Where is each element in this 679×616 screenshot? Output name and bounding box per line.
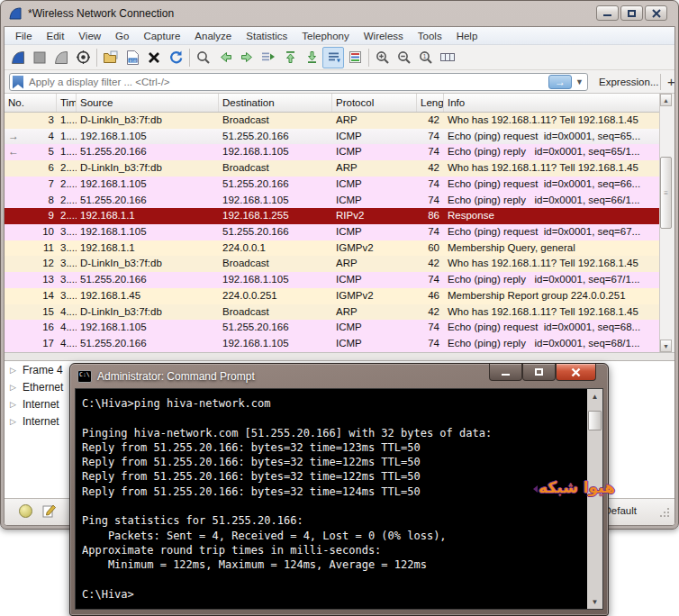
close-button[interactable]: [645, 5, 667, 21]
add-filter-button[interactable]: +: [667, 75, 675, 88]
table-row[interactable]: 31....D-LinkIn_b3:7f:dbBroadcastARP42Who…: [5, 113, 665, 129]
filter-dropdown-icon[interactable]: ▼: [574, 77, 587, 86]
menu-help[interactable]: Help: [449, 27, 485, 45]
resize-columns-icon[interactable]: [437, 47, 458, 68]
cmd-console[interactable]: C:\Hiva>ping hiva-network.com Pinging hi…: [75, 388, 603, 610]
cmd-scroll-up-icon[interactable]: ▲: [587, 389, 602, 403]
cell-len: 74: [417, 272, 444, 288]
cmd-close-button[interactable]: [556, 364, 596, 381]
expert-info-icon[interactable]: [19, 504, 32, 518]
scrollbar-thumb[interactable]: ≡: [660, 157, 672, 229]
menu-capture[interactable]: Capture: [136, 27, 187, 45]
related-packet-icon: →: [8, 129, 19, 145]
table-row[interactable]: 103....192.168.1.10551.255.20.166ICMP74E…: [5, 224, 665, 240]
table-row[interactable]: 51....51.255.20.166192.168.1.105ICMP74Ec…: [5, 144, 665, 160]
scroll-down-icon[interactable]: ▼: [660, 340, 672, 352]
menu-go[interactable]: Go: [108, 27, 136, 45]
colorize-icon[interactable]: [344, 47, 366, 68]
menu-edit[interactable]: Edit: [40, 27, 72, 45]
menu-tools[interactable]: Tools: [411, 27, 449, 45]
capture-comment-icon[interactable]: [42, 503, 57, 521]
column-header-info[interactable]: Info: [444, 94, 665, 112]
close-file-icon[interactable]: [143, 47, 165, 68]
window-title: *Wireless Network Connection: [28, 7, 174, 20]
cmd-maximize-button[interactable]: [522, 364, 556, 381]
table-row[interactable]: 123....D-LinkIn_b3:7f:dbBroadcastARP42Wh…: [5, 256, 665, 272]
display-filter-input[interactable]: [23, 76, 548, 88]
cell-len: 42: [417, 113, 444, 129]
expander-icon[interactable]: ▷: [10, 383, 23, 392]
open-file-icon[interactable]: [100, 47, 122, 68]
cell-no: 14: [5, 288, 57, 304]
table-row[interactable]: 113....192.168.1.1224.0.0.1IGMPv260Membe…: [5, 240, 665, 257]
menu-wireless[interactable]: Wireless: [357, 27, 411, 45]
menu-view[interactable]: View: [71, 27, 108, 45]
menu-telephony[interactable]: Telephony: [294, 27, 356, 45]
find-packet-icon[interactable]: [193, 47, 214, 68]
packet-list: 31....D-LinkIn_b3:7f:dbBroadcastARP42Who…: [5, 113, 665, 352]
go-to-packet-icon[interactable]: [258, 47, 279, 68]
cmd-minimize-button[interactable]: [489, 364, 522, 381]
cmd-titlebar[interactable]: C:\ Administrator: Command Prompt: [70, 364, 608, 388]
cmd-scrollbar-thumb[interactable]: [588, 411, 602, 430]
table-row[interactable]: 72....192.168.1.10551.255.20.166ICMP74Ec…: [5, 177, 665, 193]
auto-scroll-icon[interactable]: [322, 47, 344, 68]
stop-capture-icon[interactable]: [29, 47, 50, 68]
maximize-button[interactable]: [620, 5, 643, 21]
go-to-top-icon[interactable]: [279, 47, 301, 68]
expander-icon[interactable]: ▷: [10, 400, 23, 409]
capture-options-icon[interactable]: [72, 47, 94, 68]
expression-button[interactable]: Expression...: [599, 77, 658, 87]
column-header-destination[interactable]: Destination: [219, 94, 332, 112]
column-header-protocol[interactable]: Protocol: [332, 94, 417, 112]
cell-src: D-LinkIn_b3:7f:db: [77, 160, 219, 177]
cell-src: D-LinkIn_b3:7f:db: [77, 304, 219, 321]
expander-icon[interactable]: ▷: [10, 417, 23, 426]
expander-icon[interactable]: ▷: [10, 366, 23, 375]
cell-time: 4....: [57, 304, 77, 321]
display-filter-field[interactable]: → ▼: [9, 73, 588, 91]
table-row[interactable]: 154....D-LinkIn_b3:7f:dbBroadcastARP42Wh…: [5, 304, 665, 321]
table-row[interactable]: 164....192.168.1.10551.255.20.166ICMP74E…: [5, 320, 665, 336]
console-line: Reply from 51.255.20.166: bytes=32 time=…: [82, 440, 586, 455]
go-forward-icon[interactable]: [236, 47, 258, 68]
cmd-scroll-down-icon[interactable]: ▼: [587, 594, 602, 609]
cell-proto: ARP: [332, 304, 417, 321]
packet-list-scrollbar[interactable]: ▲ ≡ ▼: [659, 94, 672, 352]
cmd-scrollbar[interactable]: ▲ ▼: [587, 389, 602, 609]
filter-bookmark-icon[interactable]: [13, 76, 23, 89]
go-back-icon[interactable]: [214, 47, 236, 68]
table-row[interactable]: 143....192.168.1.45224.0.0.251IGMPv246Me…: [5, 288, 665, 304]
column-header-leng[interactable]: Leng: [417, 94, 444, 112]
wireshark-titlebar[interactable]: *Wireless Network Connection: [1, 1, 678, 26]
table-row[interactable]: 62....D-LinkIn_b3:7f:dbBroadcastARP42Who…: [5, 160, 665, 177]
scroll-up-icon[interactable]: ▲: [660, 94, 672, 106]
cell-proto: ARP: [332, 160, 417, 177]
table-row[interactable]: 82....51.255.20.166192.168.1.105ICMP74Ec…: [5, 193, 665, 209]
reload-file-icon[interactable]: [165, 47, 186, 68]
go-to-bottom-icon[interactable]: [301, 47, 322, 68]
cmd-close-icon: [571, 367, 581, 377]
column-header-source[interactable]: Source: [77, 94, 219, 112]
start-capture-icon[interactable]: [7, 47, 29, 68]
table-row[interactable]: 41....192.168.1.10551.255.20.166ICMP74Ec…: [5, 129, 665, 145]
column-header-no[interactable]: No.: [5, 94, 57, 112]
menu-statistics[interactable]: Statistics: [239, 27, 294, 45]
cell-time: 3....: [57, 288, 77, 304]
apply-filter-button[interactable]: →: [548, 75, 572, 89]
zoom-in-icon[interactable]: [372, 47, 394, 68]
zoom-out-icon[interactable]: [394, 47, 415, 68]
resize-grip[interactable]: [659, 505, 671, 521]
menu-analyze[interactable]: Analyze: [187, 27, 239, 45]
minimize-button[interactable]: [596, 5, 619, 21]
zoom-original-icon[interactable]: 1: [415, 47, 437, 68]
cell-no: 15: [5, 304, 57, 321]
table-row[interactable]: 92....192.168.1.1192.168.1.255RIPv286Res…: [5, 208, 665, 224]
save-file-icon[interactable]: 010: [122, 47, 143, 68]
pane-splitter[interactable]: [5, 352, 674, 361]
menu-file[interactable]: File: [8, 27, 40, 45]
table-row[interactable]: 133....51.255.20.166192.168.1.105ICMP74E…: [5, 272, 665, 288]
restart-capture-icon[interactable]: [50, 47, 72, 68]
table-row[interactable]: 174....51.255.20.166192.168.1.105ICMP74E…: [5, 336, 665, 352]
column-header-time[interactable]: Time: [57, 94, 77, 112]
